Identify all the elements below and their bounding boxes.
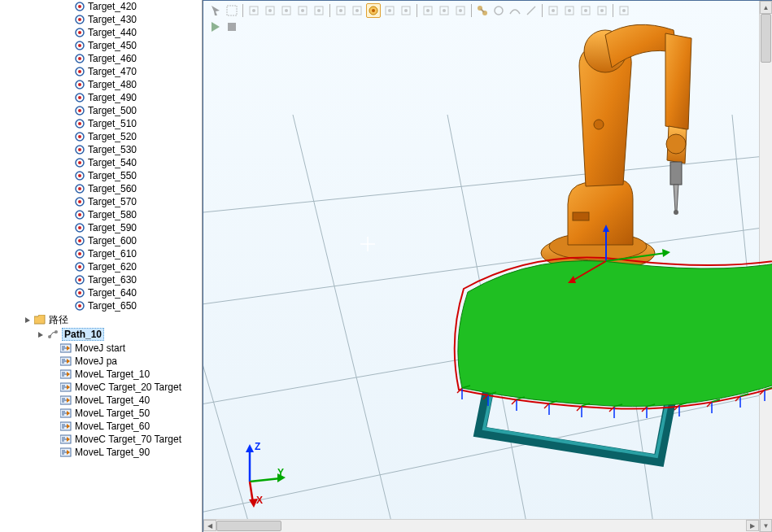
tree-item-move[interactable]: MoveL Target_10 <box>0 368 202 381</box>
tree-item-target[interactable]: Target_590 <box>0 221 202 234</box>
snap-active-icon[interactable] <box>366 3 381 18</box>
move-instruction-icon <box>60 343 72 353</box>
tree-item-target[interactable]: Target_580 <box>0 208 202 221</box>
tree-item-target[interactable]: Target_600 <box>0 234 202 247</box>
play-icon[interactable] <box>208 20 223 34</box>
target-label: Target_570 <box>88 196 137 207</box>
scroll-left-button[interactable]: ◀ <box>203 520 216 531</box>
target-icon <box>75 158 85 168</box>
tree-item-target[interactable]: Target_560 <box>0 182 202 195</box>
view-icon[interactable] <box>617 3 631 18</box>
svg-point-100 <box>622 9 626 12</box>
target-label: Target_610 <box>88 248 137 259</box>
tree-item-path[interactable]: Path_10 <box>0 327 202 342</box>
tree-item-target[interactable]: Target_480 <box>0 78 202 91</box>
tree-item-target[interactable]: Target_490 <box>0 91 202 104</box>
tree-item-target[interactable]: Target_470 <box>0 65 202 78</box>
svg-point-13 <box>78 83 81 86</box>
stop-icon[interactable] <box>225 20 239 34</box>
tree-item-target[interactable]: Target_460 <box>0 52 202 65</box>
window-icon[interactable] <box>225 3 239 18</box>
target-label: Target_640 <box>88 287 137 299</box>
align4-icon[interactable] <box>595 3 609 18</box>
path-icon <box>47 329 59 339</box>
tree-item-target[interactable]: Target_620 <box>0 260 202 273</box>
surface4-icon[interactable] <box>295 3 310 18</box>
measure1-icon[interactable] <box>421 3 435 18</box>
tree-item-target[interactable]: Target_630 <box>0 273 202 286</box>
tree-item-target[interactable]: Target_420 <box>0 0 202 13</box>
svg-point-79 <box>404 9 408 12</box>
move-label: MoveL Target_40 <box>75 395 150 406</box>
tree-item-target[interactable]: Target_530 <box>0 143 202 156</box>
tree-item-target[interactable]: Target_430 <box>0 13 202 26</box>
scrollbar-horizontal[interactable]: ◀ ▶ <box>203 519 759 532</box>
tree-item-move[interactable]: MoveL Target_50 <box>0 407 202 420</box>
tree-item-move[interactable]: MoveC Target_20 Target <box>0 381 202 394</box>
tree-item-target[interactable]: Target_540 <box>0 156 202 169</box>
expander-icon[interactable] <box>36 329 46 339</box>
curve-icon[interactable] <box>508 3 522 18</box>
tree-item-move[interactable]: MoveL Target_90 <box>0 446 202 459</box>
line-icon[interactable] <box>524 3 539 18</box>
tree-item-target[interactable]: Target_510 <box>0 117 202 130</box>
svg-point-33 <box>78 213 81 216</box>
svg-rect-169 <box>573 212 589 220</box>
tree-item-target[interactable]: Target_500 <box>0 104 202 117</box>
svg-line-136 <box>679 403 687 405</box>
move-instruction-icon <box>60 421 72 431</box>
measure2-icon[interactable] <box>437 3 451 18</box>
tree-item-move[interactable]: MoveC Target_70 Target <box>0 433 202 446</box>
surface2-icon[interactable] <box>263 3 277 18</box>
svg-rect-101 <box>228 23 236 31</box>
tree-item-move[interactable]: MoveL Target_60 <box>0 420 202 433</box>
snap4-icon[interactable] <box>399 3 413 18</box>
surface1-icon[interactable] <box>246 3 261 18</box>
viewport-toolbar <box>208 2 767 37</box>
scroll-right-button[interactable]: ▶ <box>746 520 759 531</box>
tree-item-target[interactable]: Target_640 <box>0 286 202 299</box>
svg-point-31 <box>78 200 81 203</box>
select-icon[interactable] <box>208 3 223 18</box>
tree-item-target[interactable]: Target_440 <box>0 26 202 39</box>
svg-point-85 <box>459 9 462 12</box>
align1-icon[interactable] <box>546 3 560 18</box>
surface3-icon[interactable] <box>279 3 294 18</box>
circle1-icon[interactable] <box>491 3 506 18</box>
svg-point-23 <box>78 148 81 151</box>
snap3-icon[interactable] <box>382 3 397 18</box>
measure3-icon[interactable] <box>453 3 468 18</box>
tree-item-target[interactable]: Target_650 <box>0 299 202 312</box>
target-label: Target_580 <box>88 209 137 220</box>
target-icon <box>75 262 85 272</box>
tree-item-target[interactable]: Target_570 <box>0 195 202 208</box>
target-icon <box>75 2 85 11</box>
snap2-icon[interactable] <box>350 3 364 18</box>
tree-item-target[interactable]: Target_550 <box>0 169 202 182</box>
svg-line-124 <box>549 401 557 403</box>
align3-icon[interactable] <box>578 3 593 18</box>
tree-item-target[interactable]: Target_450 <box>0 39 202 52</box>
tree-item-target[interactable]: Target_610 <box>0 247 202 260</box>
svg-point-19 <box>78 122 81 125</box>
svg-line-130 <box>614 404 622 407</box>
tree-item-move[interactable]: MoveJ pa <box>0 355 202 368</box>
scroll-thumb-horizontal[interactable] <box>216 521 281 531</box>
target-label: Target_470 <box>88 66 137 77</box>
viewport-3d[interactable]: Z Y X ▲ ▼ ◀ ▶ <box>203 0 772 532</box>
move-label: MoveL Target_60 <box>75 421 150 432</box>
tree-item-move[interactable]: MoveL Target_40 <box>0 394 202 407</box>
snap1-icon[interactable] <box>334 3 348 18</box>
svg-line-131 <box>609 407 614 412</box>
move-label: MoveJ start <box>75 342 125 354</box>
align2-icon[interactable] <box>562 3 577 18</box>
svg-point-63 <box>268 9 272 12</box>
tree-group-paths[interactable]: 路径 <box>0 312 202 327</box>
tree-item-target[interactable]: Target_520 <box>0 130 202 143</box>
scroll-down-button[interactable]: ▼ <box>760 519 772 532</box>
surface5-icon[interactable] <box>312 3 326 18</box>
tree-item-move[interactable]: MoveJ start <box>0 342 202 355</box>
svg-point-81 <box>426 9 430 12</box>
joint-icon[interactable] <box>475 3 490 18</box>
expander-icon[interactable] <box>23 315 33 325</box>
